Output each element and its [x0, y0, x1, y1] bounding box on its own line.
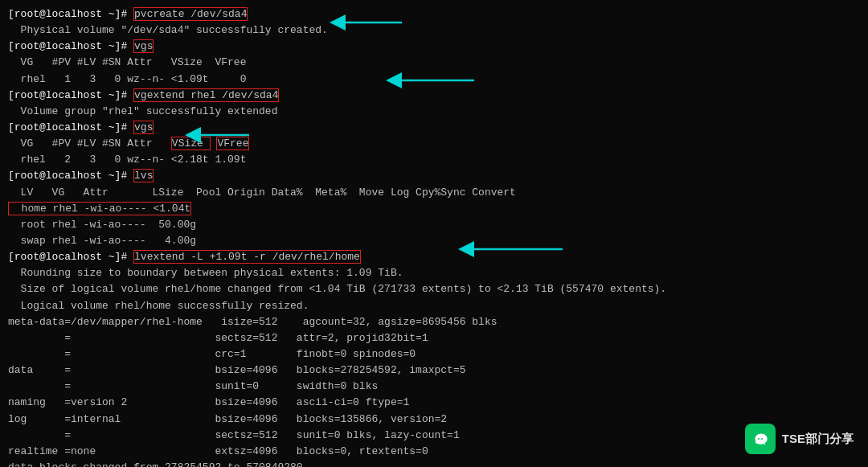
line-10: rhel 2 3 0 wz--n- <2.18t 1.09t — [8, 152, 860, 168]
line-6: [root@localhost ~]# vgextend rhel /dev/s… — [8, 88, 860, 104]
line-4: VG #PV #LV #SN Attr VSize VFree — [8, 55, 860, 71]
line-7: Volume group "rhel" successfully extende… — [8, 104, 860, 120]
prompt-6: [root@localhost ~]# — [8, 89, 133, 101]
vfree-header: VFree — [216, 137, 249, 150]
line-13: home rhel -wi-ao---- <1.04t — [8, 201, 860, 217]
terminal: [root@localhost ~]# pvcreate /dev/sda4 P… — [0, 0, 868, 467]
line-2: Physical volume "/dev/sda4" successfully… — [8, 23, 860, 39]
line-19: Logical volume rhel/home successfully re… — [8, 298, 860, 314]
prompt-1: [root@localhost ~]# — [8, 8, 133, 20]
line-15: swap rhel -wi-ao---- 4.00g — [8, 233, 860, 249]
line-26: log =internal bsize=4096 blocks=135866, … — [8, 412, 860, 428]
line-22: = crc=1 finobt=0 spinodes=0 — [8, 346, 860, 363]
watermark-label: TSE部门分享 — [782, 429, 854, 448]
line-28: realtime =none extsz=4096 blocks=0, rtex… — [8, 444, 860, 460]
cmd-vgs-2: vgs — [133, 121, 154, 134]
cmd-lvextend: lvextend -L +1.09t -r /dev/rhel/home — [133, 250, 361, 264]
line-27: = sectsz=512 sunit=0 blks, lazy-count=1 — [8, 428, 860, 444]
cmd-lvs: lvs — [133, 169, 154, 182]
line-14: root rhel -wi-ao---- 50.00g — [8, 217, 860, 233]
watermark-icon — [745, 424, 776, 454]
line-3: [root@localhost ~]# vgs — [8, 39, 860, 55]
line-25: naming =version 2 bsize=4096 ascii-ci=0 … — [8, 395, 860, 411]
line-5: rhel 1 3 0 wz--n- <1.09t 0 — [8, 72, 860, 88]
prompt-11: [root@localhost ~]# — [8, 170, 133, 182]
line-23: data = bsize=4096 blocks=278254592, imax… — [8, 363, 860, 379]
prompt-16: [root@localhost ~]# — [8, 251, 133, 263]
line-24: = sunit=0 swidth=0 blks — [8, 379, 860, 395]
cmd-vgextend: vgextend rhel /dev/sda4 — [133, 88, 279, 102]
line-11: [root@localhost ~]# lvs — [8, 168, 860, 184]
line-12: LV VG Attr LSize Pool Origin Data% Meta%… — [8, 185, 860, 201]
line-17: Rounding size to boundary between physic… — [8, 265, 860, 281]
line-20: meta-data=/dev/mapper/rhel-home isize=51… — [8, 314, 860, 330]
cmd-pvcreate: pvcreate /dev/sda4 — [133, 7, 248, 21]
watermark: TSE部门分享 — [745, 424, 854, 454]
cmd-vgs-1: vgs — [133, 39, 154, 53]
line-8: [root@localhost ~]# vgs — [8, 120, 860, 136]
line-29: data blocks changed from 278254592 to 57… — [8, 460, 860, 467]
home-lv-row: home rhel -wi-ao---- <1.04t — [8, 202, 191, 215]
line-21: = sectsz=512 attr=2, projid32bit=1 — [8, 330, 860, 346]
prompt-8: [root@localhost ~]# — [8, 121, 133, 133]
wechat-icon — [750, 428, 771, 449]
line-1: [root@localhost ~]# pvcreate /dev/sda4 — [8, 6, 860, 23]
line-16: [root@localhost ~]# lvextend -L +1.09t -… — [8, 249, 860, 265]
line-9: VG #PV #LV #SN Attr VSize VFree — [8, 136, 860, 152]
vsize-header: VSize — [171, 137, 211, 150]
prompt-3: [root@localhost ~]# — [8, 40, 133, 52]
line-18: Size of logical volume rhel/home changed… — [8, 281, 860, 297]
